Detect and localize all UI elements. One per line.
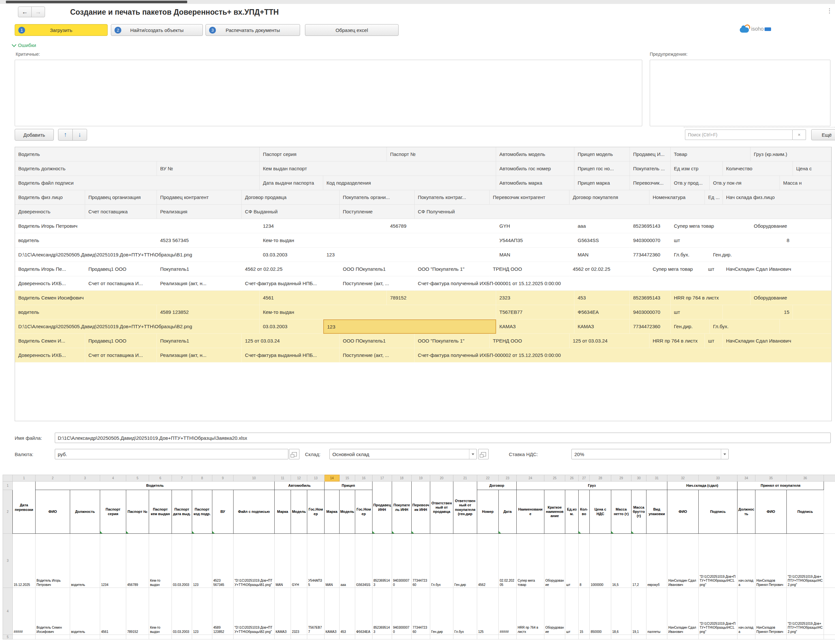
spreadsheet-cell[interactable] (699, 635, 738, 639)
grid-cell[interactable]: D:\1C\Александр\20250505.Давид\20251019.… (15, 319, 260, 334)
grid-cell[interactable]: Реализация (акт, н... (157, 348, 242, 363)
column-number[interactable]: 5 (126, 475, 149, 481)
grid-cell[interactable]: 03.03.2003 (260, 319, 323, 334)
grid-cell[interactable]: GYH (496, 219, 574, 233)
grid-cell[interactable]: Кем-то выдан (260, 305, 496, 319)
grid-cell[interactable]: 125 от 03.03.24 (570, 334, 650, 348)
spreadsheet-cell[interactable] (126, 635, 149, 639)
column-header[interactable]: Масса н (780, 176, 832, 190)
spreadsheet-cell[interactable] (192, 635, 212, 639)
spreadsheet-cell[interactable]: 17,2 (632, 534, 647, 588)
grid-cell[interactable]: Оборудование (751, 219, 832, 233)
grid-cell[interactable]: Счет от поставщика И... (85, 276, 157, 291)
excel-header-cell[interactable]: Масса брутто (т) (632, 490, 647, 534)
column-header[interactable]: СФ Выданный (242, 205, 340, 219)
search-input[interactable] (685, 130, 793, 140)
excel-header-cell[interactable]: Подпись (787, 490, 824, 534)
column-number[interactable]: 24 (517, 475, 544, 481)
grid-cell[interactable]: шт (671, 305, 723, 319)
grid-cell[interactable]: НачСкладин Сдал Иванович (723, 334, 832, 348)
grid-cell[interactable]: 125 от 03.03.24 (242, 334, 340, 348)
column-number[interactable]: 28 (590, 475, 611, 481)
spreadsheet-cell[interactable] (647, 635, 667, 639)
excel-header-cell[interactable]: Дата перевозки (13, 481, 36, 534)
spreadsheet-cell[interactable] (275, 635, 291, 639)
grid-cell[interactable]: Счет-фактура выданный НПБ... (242, 276, 340, 291)
grid-cell[interactable]: ООО "Покупатель 1" (414, 334, 490, 348)
spreadsheet-cell[interactable] (234, 635, 275, 639)
spreadsheet-cell[interactable]: 4589 123852 (212, 588, 234, 635)
grid-cell[interactable]: шт (705, 334, 723, 348)
dropdown-arrow-icon[interactable] (721, 449, 728, 459)
spreadsheet-cell[interactable]: 125 (477, 588, 499, 635)
grid-cell[interactable]: Реализация (акт, н... (157, 276, 242, 291)
grid-cell[interactable]: шт (705, 262, 723, 276)
grid-cell[interactable]: Водитель Семен И... (15, 334, 85, 348)
grid-cell[interactable]: 789152 (387, 291, 496, 305)
grid-cell[interactable]: КАМАЗ (574, 319, 630, 334)
grid-cell[interactable] (780, 247, 832, 262)
spreadsheet-cell[interactable] (824, 635, 835, 639)
excel-header-cell[interactable]: Должность (738, 490, 755, 534)
column-number[interactable]: 21 (453, 475, 477, 481)
grid-cell[interactable]: 7734472360 (630, 247, 671, 262)
spreadsheet-cell[interactable] (212, 635, 234, 639)
column-header[interactable]: Водитель (15, 147, 260, 161)
critical-errors-textarea[interactable] (15, 60, 642, 126)
spreadsheet-cell[interactable] (632, 635, 647, 639)
column-number[interactable]: 25 (544, 475, 565, 481)
grid-cell[interactable]: Поступление (акт, ... (340, 348, 414, 363)
grid-cell[interactable]: HRR пр 764 в листх (650, 334, 705, 348)
forward-button[interactable]: → (31, 7, 45, 17)
spreadsheet-cell[interactable] (453, 635, 477, 639)
column-header[interactable]: Кем выдан паспорт (260, 161, 496, 176)
excel-header-cell[interactable]: Файл с подписью (234, 490, 275, 534)
column-number[interactable]: 1 (13, 475, 36, 481)
grid-cell[interactable]: Поступление (акт, ... (340, 276, 414, 291)
selected-cell[interactable]: 123 (323, 319, 496, 334)
grid-cell[interactable]: 2323 (496, 291, 574, 305)
column-header[interactable]: Автомобиль модель (496, 147, 574, 161)
column-header[interactable]: Код подразделения (323, 176, 496, 190)
grid-cell[interactable]: Гл.бух. (710, 319, 780, 334)
spreadsheet-cell[interactable]: Гл.бух (453, 588, 477, 635)
spreadsheet-cell[interactable]: 9403000070 (392, 588, 412, 635)
spreadsheet-cell[interactable] (372, 635, 392, 639)
excel-header-cell[interactable]: ФИО (755, 490, 787, 534)
spreadsheet-cell[interactable]: НачСкладин Сдал Иванович (667, 588, 699, 635)
grid-cell[interactable]: Оборудование (751, 291, 832, 305)
grid-cell[interactable]: 9403000070 (630, 233, 671, 247)
column-header[interactable]: Реализация (157, 205, 242, 219)
column-number[interactable]: 26 (565, 475, 578, 481)
column-number[interactable]: 22 (477, 475, 499, 481)
spreadsheet-cell[interactable] (590, 635, 611, 639)
spreadsheet-cell[interactable]: У544АП35 (307, 534, 325, 588)
column-header[interactable]: Дата выдачи паспорта (260, 176, 323, 190)
grid-cell[interactable]: Покупатель1 (157, 262, 242, 276)
spreadsheet-cell[interactable]: HRR пр 764 в листх (517, 588, 544, 635)
column-number[interactable]: 23 (499, 475, 517, 481)
grid-cell[interactable]: 8 (723, 233, 793, 247)
load-button[interactable]: 1 Загрузить (15, 24, 108, 36)
spreadsheet-cell[interactable]: T567EB77 (307, 588, 325, 635)
grid-cell[interactable]: MAN (496, 247, 574, 262)
column-header[interactable]: Счет поставщика (85, 205, 157, 219)
grid-cell[interactable]: Кем-то выдан (260, 233, 496, 247)
grid-cell[interactable]: Счет-фактура полученный ИХБП-000001 от 1… (414, 276, 832, 291)
column-number[interactable]: 2 (36, 475, 70, 481)
column-header[interactable]: Прицеп марка (574, 176, 630, 190)
file-name-input[interactable]: D:\1C\Александр\20250505.Давид\20251019.… (55, 433, 831, 443)
warehouse-select[interactable]: Основной склад (330, 449, 477, 459)
column-number[interactable] (824, 475, 835, 481)
grid-cell[interactable]: 03.03.2003 (260, 247, 323, 262)
spreadsheet-cell[interactable]: 789152 (126, 588, 149, 635)
excel-header-cell[interactable]: Паспорт кем выдан (149, 490, 172, 534)
column-number[interactable]: 10 (234, 475, 275, 481)
excel-sample-button[interactable]: Образец excel (305, 24, 399, 36)
excel-header-cell[interactable]: Ответственный от покупателя (ген.дир (453, 481, 477, 534)
spreadsheet-cell[interactable]: Ген.дир (430, 588, 453, 635)
spreadsheet-cell[interactable]: 03.03.2003 (172, 534, 192, 588)
grid-cell[interactable]: 453 (574, 291, 630, 305)
spreadsheet-cell[interactable]: паллеты (647, 588, 667, 635)
spreadsheet-cell[interactable] (13, 635, 36, 639)
